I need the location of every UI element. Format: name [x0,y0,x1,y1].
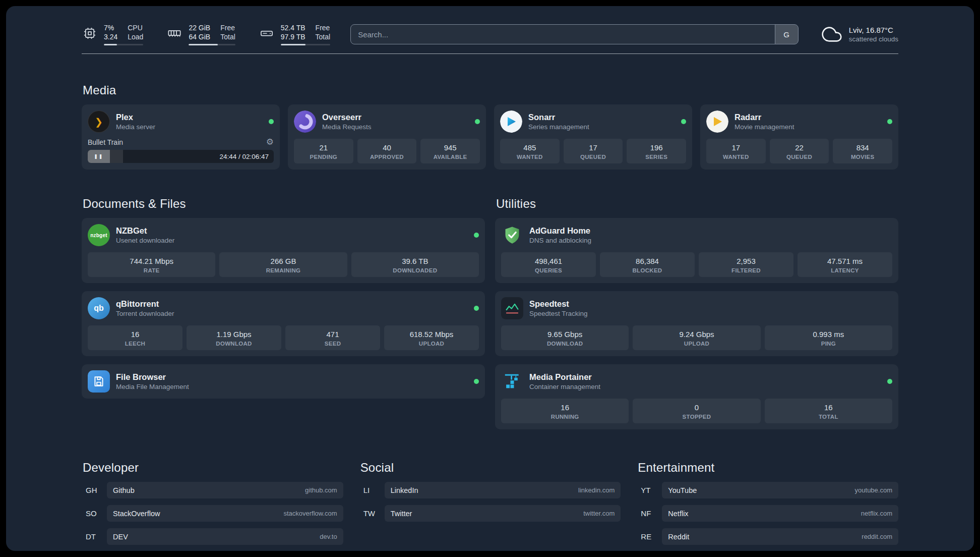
bookmark-abbr: LI [359,486,385,494]
status-dot [474,233,479,238]
utilities-section-title: Utilities [496,197,898,211]
stat-movies: 834 MOVIES [833,139,892,163]
playback-time: 24:44 / 02:06:47 [219,153,274,160]
status-dot [474,306,479,311]
service-name: qBittorrent [116,299,174,309]
bookmark-url: github.com [305,486,337,494]
stat-upload: 618.52 Mbps UPLOAD [384,325,479,350]
cloud-icon [821,24,843,44]
memory-icon [166,25,182,41]
now-playing-widget: Bullet Train ⚙ ❚❚ 24:44 / 02:06:47 [88,138,274,163]
service-description: Speedtest Tracking [529,309,588,318]
bookmark-group-developer: Developer GH Github github.com SO StackO… [82,461,343,551]
stat-queued: 22 QUEUED [770,139,829,163]
stat-wanted: 17 WANTED [706,139,766,163]
section-media: Media ❯ Plex Media server Bullet Tr [82,83,898,170]
filebrowser-icon [88,370,110,393]
cpu-load-value: 3.24 [104,32,117,41]
pause-button[interactable]: ❚❚ [88,150,110,163]
bookmark-github[interactable]: GH Github github.com [82,482,343,498]
cpu-progress-bar [104,44,143,45]
bookmark-linkedin[interactable]: LI LinkedIn linkedin.com [359,482,621,498]
service-card-portainer[interactable]: Media Portainer Container management 16 … [495,364,898,429]
stat-downloaded: 39.6 TB DOWNLOADED [351,252,479,277]
stat-queued: 17 QUEUED [564,139,623,163]
playback-progress-bar[interactable]: ❚❚ 24:44 / 02:06:47 [88,150,274,163]
cpu-usage-value: 7% [104,23,117,32]
service-description: Media server [116,123,155,131]
weather-widget: Lviv, 16.87°C scattered clouds [821,24,898,44]
bookmark-youtube[interactable]: YT YouTube youtube.com [637,482,898,498]
bookmark-name: Github [113,486,135,494]
section-documents-files: Documents & Files nzbget NZBGet Usenet d… [82,197,485,399]
bookmark-url: reddit.com [862,533,892,540]
memory-progress-bar [189,44,235,45]
nzbget-icon: nzbget [88,224,110,246]
service-description: Torrent downloader [116,309,174,318]
service-card-overseerr[interactable]: Overseerr Media Requests 21 PENDING 40 A… [288,104,486,170]
stat-latency: 47.571 ms LATENCY [798,252,892,277]
bookmark-abbr: TW [359,509,385,518]
service-description: DNS and adblocking [529,236,591,245]
sonarr-icon [500,110,522,133]
cpu-icon [82,25,98,41]
bookmark-stackoverflow[interactable]: SO StackOverflow stackoverflow.com [82,505,343,522]
bookmark-abbr: RE [637,532,662,541]
status-dot [475,119,480,124]
service-description: Movie management [734,123,794,131]
stat-remaining: 266 GB REMAINING [219,252,347,277]
stat-pending: 21 PENDING [294,139,353,163]
topbar-divider [82,53,898,54]
search-input[interactable] [350,24,799,44]
service-name: Overseerr [322,112,372,123]
service-card-adguard[interactable]: AdGuard Home DNS and adblocking 498,461 … [495,218,898,283]
stat-leech: 16 LEECH [88,325,182,350]
bookmark-name: Netflix [668,510,688,518]
adguard-icon [501,224,523,246]
memory-free-value: 22 GiB [189,23,210,32]
bookmark-abbr: DT [82,532,107,541]
service-card-qbittorrent[interactable]: qb qBittorrent Torrent downloader 16 LEE… [82,291,485,356]
qbittorrent-icon: qb [88,297,110,319]
stat-rate: 744.21 Mbps RATE [88,252,215,277]
resource-cpu: 7% CPU 3.24 Load [82,23,143,45]
stat-upload: 9.24 Gbps UPLOAD [633,325,760,350]
bookmark-netflix[interactable]: NF Netflix netflix.com [637,505,898,522]
media-section-title: Media [83,83,898,97]
service-name: Plex [116,112,155,123]
bookmark-group-entertainment: Entertainment YT YouTube youtube.com NF … [637,461,898,551]
service-name: File Browser [116,372,189,382]
bookmark-name: Twitter [391,510,412,518]
stat-wanted: 485 WANTED [500,139,560,163]
bookmark-twitter[interactable]: TW Twitter twitter.com [359,505,621,522]
stat-download: 9.65 Gbps DOWNLOAD [501,325,629,350]
search-provider-button[interactable]: G [775,25,798,44]
service-name: Radarr [734,112,794,123]
weather-condition: scattered clouds [849,35,898,43]
service-card-speedtest[interactable]: Speedtest Speedtest Tracking 9.65 Gbps D… [495,291,898,356]
service-name: NZBGet [116,226,174,236]
service-name: Sonarr [528,112,589,123]
disk-label-2: Total [316,32,331,41]
bookmark-reddit[interactable]: RE Reddit reddit.com [637,528,898,545]
stat-series: 196 SERIES [627,139,686,163]
service-card-filebrowser[interactable]: File Browser Media File Management [82,364,485,399]
entertainment-section-title: Entertainment [638,461,898,475]
status-dot [887,119,892,124]
bookmark-dev[interactable]: DT DEV dev.to [82,528,343,545]
disk-total-value: 97.9 TB [281,32,305,41]
status-dot [474,379,479,384]
now-playing-title: Bullet Train [88,138,123,146]
topbar: 7% CPU 3.24 Load [82,23,898,45]
portainer-icon [501,370,523,393]
service-card-sonarr[interactable]: Sonarr Series management 485 WANTED 17 Q… [494,104,692,170]
service-card-radarr[interactable]: Radarr Movie management 17 WANTED 22 QUE… [700,104,898,170]
service-card-nzbget[interactable]: nzbget NZBGet Usenet downloader 744.21 M… [82,218,485,283]
gear-icon[interactable]: ⚙ [266,138,274,146]
service-card-plex[interactable]: ❯ Plex Media server Bullet Train ⚙ [82,104,280,170]
resource-disk: 52.4 TB Free 97.9 TB Total [259,23,330,45]
disk-icon [259,25,275,41]
weather-location: Lviv, 16.87°C [849,25,898,35]
speedtest-icon [501,297,523,319]
bookmark-url: linkedin.com [578,486,615,494]
